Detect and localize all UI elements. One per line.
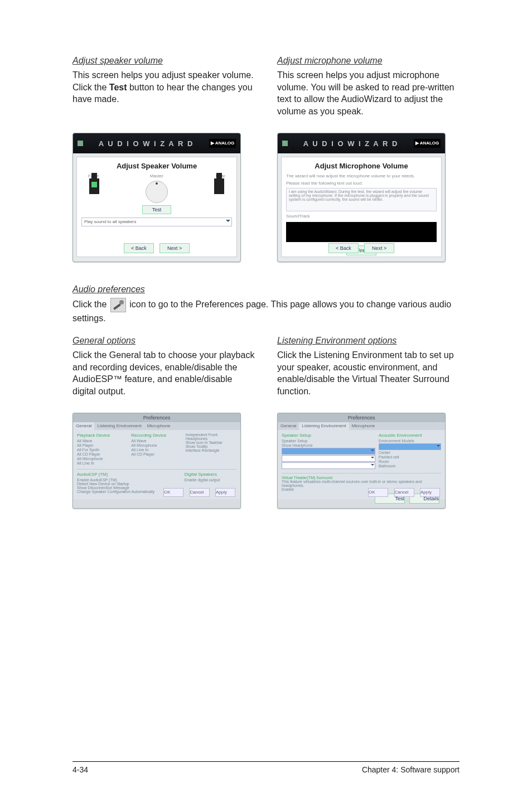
back-button[interactable]: < Back — [328, 243, 359, 253]
master-label: Master — [142, 173, 171, 178]
acoustic-env-label: Acoustic Environment — [379, 433, 441, 438]
checkbox-item[interactable]: Enable digital output — [185, 478, 236, 482]
wrench-icon — [110, 298, 126, 312]
tab-microphone[interactable]: Microphone — [349, 422, 378, 430]
general-options-heading: General options — [72, 336, 255, 346]
analog-devices-logo: ▶ ANALOG — [414, 139, 441, 148]
list-item[interactable]: All For Synth — [77, 448, 128, 452]
list-item[interactable]: Room — [379, 460, 441, 463]
apply-button[interactable]: Apply — [420, 488, 440, 497]
list-item[interactable]: Bathroom — [379, 464, 441, 468]
analog-devices-logo: ▶ ANALOG — [209, 139, 236, 148]
checkbox-item[interactable]: Independent Front Headphones — [186, 433, 236, 441]
tab-listening[interactable]: Listening Environment — [299, 422, 349, 430]
speaker-setup-label: Speaker Setup — [282, 433, 375, 438]
preferences-listening-dialog: Preferences General Listening Environmen… — [277, 413, 446, 509]
tab-listening[interactable]: Listening Environment — [94, 422, 144, 430]
list-item[interactable]: All Player — [77, 443, 128, 447]
status-icon — [78, 141, 83, 146]
play-sound-dropdown[interactable]: Play sound to all speakers — [81, 218, 232, 226]
read-text-box: I am using the AudioWizard. During the t… — [286, 188, 437, 211]
status-icon — [282, 141, 288, 146]
tab-microphone[interactable]: Microphone — [144, 422, 173, 430]
audiowizard-speaker-dialog: A U D I O W I Z A R D ▶ ANALOG Adjust Sp… — [72, 133, 241, 262]
page-number: 4-34 — [72, 765, 88, 774]
ok-button[interactable]: OK — [163, 488, 183, 497]
list-item[interactable]: All CD Player — [77, 452, 128, 456]
dialog-title: Adjust Microphone Volume — [286, 162, 437, 170]
dropdown[interactable] — [379, 443, 441, 450]
next-button[interactable]: Next > — [159, 243, 190, 253]
dialog-title: Preferences — [73, 413, 240, 422]
general-options-text: Click the General tab to choose your pla… — [72, 349, 255, 397]
listening-env-text: Click the Listening Environment tab to s… — [277, 349, 460, 397]
preferences-general-dialog: Preferences General Listening Environmen… — [72, 413, 241, 509]
mic-description: The wizard will now adjust the microphon… — [286, 173, 437, 178]
digital-label: Digital Speakers — [185, 472, 236, 477]
tab-general[interactable]: General — [278, 422, 299, 430]
soundtrack-waveform — [286, 222, 437, 242]
list-item[interactable]: Padded cell — [379, 455, 441, 459]
playback-device-label: Playback Device — [77, 433, 128, 438]
tab-bar: General Listening Environment Microphone — [278, 422, 445, 430]
dropdown[interactable] — [282, 462, 375, 469]
checkbox-item[interactable]: Interface Rectangle — [186, 448, 236, 452]
page-footer: 4-34 Chapter 4: Software support — [72, 761, 460, 774]
dialog-title: Preferences — [278, 413, 445, 422]
listening-env-heading: Listening Environment options — [277, 336, 460, 346]
ok-button[interactable]: OK — [368, 488, 388, 497]
audio-preferences-text: Click the icon to go to the Preferences … — [72, 298, 460, 325]
list-item[interactable]: All Line In — [131, 448, 182, 452]
apply-button[interactable]: Apply — [215, 488, 235, 497]
audioesp-label: AudioESP (TM) — [77, 472, 181, 477]
wizard-title: A U D I O W I Z A R D — [83, 140, 209, 147]
virtual-theater-label: Virtual Theater(TM) Surround — [282, 476, 441, 480]
dropdown[interactable] — [282, 455, 375, 462]
front-speaker-icon[interactable] — [89, 178, 99, 194]
rear-speaker-icon[interactable] — [214, 178, 224, 194]
adjust-mic-text: This screen helps you adjust microphone … — [277, 69, 460, 117]
checkbox-item[interactable]: Detect New Device on Startup — [77, 482, 181, 486]
soundtrack-label: SoundTrack — [286, 214, 437, 219]
tab-bar: General Listening Environment Microphone — [73, 422, 240, 430]
chapter-label: Chapter 4: Software support — [362, 765, 460, 774]
list-item[interactable]: All Line In — [77, 461, 128, 465]
list-item[interactable]: All Wave — [77, 439, 128, 443]
checkbox-item[interactable]: Show icon in Taskbar — [186, 441, 236, 445]
wizard-title: A U D I O W I Z A R D — [288, 140, 414, 147]
back-button[interactable]: < Back — [124, 243, 154, 253]
read-label: Please read the following text out loud: — [286, 181, 437, 186]
recording-device-label: Recording Device — [131, 433, 182, 438]
audiowizard-mic-dialog: A U D I O W I Z A R D ▶ ANALOG Adjust Mi… — [277, 133, 446, 262]
adjust-speaker-text: This screen helps you adjust speaker vol… — [72, 69, 255, 105]
list-item[interactable]: All Microphone — [131, 443, 182, 447]
tab-general[interactable]: General — [73, 422, 94, 430]
audio-preferences-heading: Audio preferences — [72, 284, 460, 294]
adjust-speaker-heading: Adjust speaker volume — [72, 56, 255, 66]
next-button[interactable]: Next > — [364, 243, 394, 253]
checkbox-item[interactable]: Show Tooltip — [186, 445, 236, 448]
dialog-title: Adjust Speaker Volume — [81, 162, 232, 170]
list-item[interactable]: All Wave — [131, 439, 182, 443]
list-item[interactable]: Center — [379, 451, 441, 455]
list-item[interactable]: All CD Player — [131, 452, 182, 456]
cancel-button[interactable]: Cancel — [394, 488, 414, 497]
adjust-mic-heading: Adjust microphone volume — [277, 56, 460, 66]
master-volume-knob[interactable] — [146, 181, 168, 203]
list-item[interactable]: All Microphone — [77, 457, 128, 461]
test-button[interactable]: Test — [142, 205, 171, 214]
cancel-button[interactable]: Cancel — [190, 488, 210, 497]
checkbox-item[interactable]: Enable AudioESP (TM) — [77, 478, 181, 482]
dropdown[interactable] — [282, 448, 375, 455]
